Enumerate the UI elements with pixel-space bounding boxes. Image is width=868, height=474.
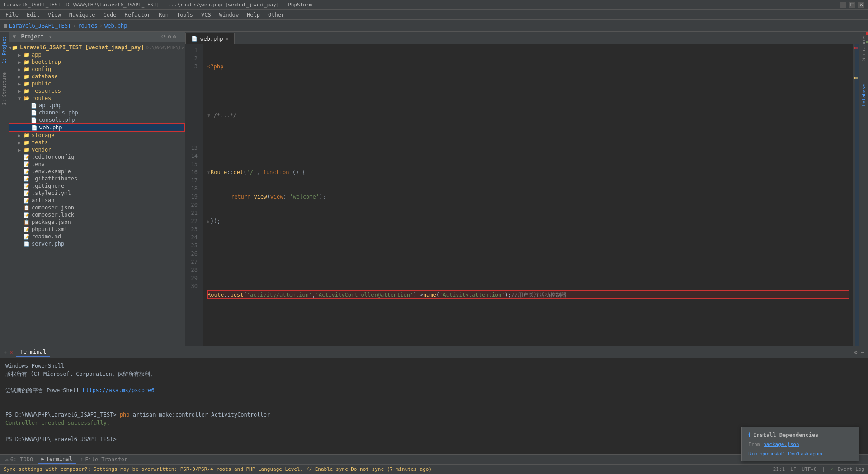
tree-item-readme[interactable]: 📝 readme.md [9,233,185,240]
dont-ask-button[interactable]: Don't ask again [788,451,822,456]
tab-bar: 📄 web.php ✕ [185,32,859,44]
code-editor[interactable]: 1 2 3 4 5 6 7 8 9 10 11 12 13 14 15 16 1 [185,44,859,346]
terminal-close-btn[interactable]: ✕ [9,349,13,356]
menu-help[interactable]: Help [243,11,264,19]
tree-item-console-php[interactable]: 📄 console.php [9,116,185,123]
install-npm-button[interactable]: Run 'npm install' [748,451,784,456]
code-line-3: ▼ /*...*/ [207,111,849,119]
code-line-16: ▶}); [207,217,849,225]
tree-item-config[interactable]: ▶ 📁 config [9,66,185,73]
menu-other[interactable]: Other [264,11,288,19]
pscore6-link[interactable]: https://aka.ms/pscore6 [83,387,155,393]
bottom-tab-todo[interactable]: ⚠ 6: TODO [2,455,37,464]
code-line-14: ▼Route::get('/', function () { [207,168,849,176]
terminal-line-5 [5,394,863,403]
menu-edit[interactable]: Edit [23,11,43,19]
terminal-tab-terminal[interactable]: Terminal [16,348,50,357]
right-side-tabs: Structure Database [859,32,868,346]
menu-tools[interactable]: Tools [173,11,197,19]
terminal-body[interactable]: Windows PowerShell 版权所有 (C) Microsoft Co… [0,358,868,454]
tree-item-env-example[interactable]: 📝 .env.example [9,168,185,175]
menu-vcs[interactable]: VCS [198,11,215,19]
tree-item-artisan[interactable]: 📝 artisan [9,197,185,204]
breadcrumb: ■ Laravel6_JSAPI_TEST › routes › web.php [4,22,127,29]
bottom-tab-terminal[interactable]: ▶ Terminal [38,455,75,464]
breadcrumb-file[interactable]: web.php [104,23,127,29]
terminal-tabs: + ✕ Terminal [4,348,50,357]
menu-code[interactable]: Code [100,11,120,19]
sync-icon[interactable]: ⟳ [161,33,166,40]
tree-item-editorconfig[interactable]: 📝 .editorconfig [9,153,185,161]
toolbar: ■ Laravel6_JSAPI_TEST › routes › web.php [0,20,868,32]
terminal-collapse-icon[interactable]: — [861,349,864,356]
code-line-18 [207,266,849,274]
tree-item-styleci[interactable]: 📝 .styleci.yml [9,190,185,197]
tree-root[interactable]: ▼ 📁 Laravel6_JSAPI_TEST [wechat_jsapi_pa… [9,44,185,51]
breadcrumb-routes[interactable]: routes [78,23,97,29]
sidebar-tab-structure[interactable]: 2: Structure [1,70,8,108]
notification-title: Install Dependencies [753,432,819,438]
window-controls: — ❐ ✕ [840,2,864,8]
status-left: Sync settings with composer?: Settings m… [4,466,432,472]
code-line-2 [207,87,849,95]
menu-navigate[interactable]: Navigate [66,11,99,19]
expand-icon[interactable]: ⊕ [173,33,176,40]
tab-close-icon[interactable]: ✕ [226,36,229,41]
project-header: ▼ Project ▾ ⟳ ⚙ ⊕ — [9,32,185,42]
status-event-log[interactable]: ✓ Event Log [830,466,864,472]
tree-item-tests[interactable]: ▶ 📁 tests [9,139,185,146]
status-bar: Sync settings with composer?: Settings m… [0,464,868,474]
breadcrumb-project[interactable]: Laravel6_JSAPI_TEST [9,23,71,29]
tree-item-channels-php[interactable]: 📄 channels.php [9,109,185,116]
gear-icon[interactable]: ⚙ [168,33,171,40]
tree-item-public[interactable]: ▶ 📁 public [9,80,185,87]
terminal-line-1: Windows PowerShell [5,362,863,370]
tree-item-routes[interactable]: ▼ 📂 routes [9,95,185,102]
tree-item-gitignore[interactable]: 📝 .gitignore [9,182,185,190]
right-tab-structure[interactable]: Structure [860,33,867,63]
tree-item-storage[interactable]: ▶ 📁 storage [9,132,185,139]
tree-item-resources[interactable]: ▶ 📁 resources [9,87,185,95]
tree-item-server-php[interactable]: 📄 server.php [9,240,185,247]
tree-item-composer-json[interactable]: 📋 composer.json [9,204,185,211]
notification-header: ℹ Install Dependencies [748,431,852,439]
tree-item-database[interactable]: ▶ 📁 database [9,73,185,80]
tree-item-web-php[interactable]: 📄 web.php [9,123,185,132]
notification-link[interactable]: package.json [763,441,799,447]
tree-item-phpunit[interactable]: 📝 phpunit.xml [9,226,185,233]
sidebar-tab-project[interactable]: 1: Project [1,33,8,66]
menu-window[interactable]: Window [216,11,242,19]
tree-item-env[interactable]: 📝 .env [9,161,185,168]
terminal-settings-icon[interactable]: ⚙ [854,349,858,356]
notification: ℹ Install Dependencies From package.json… [741,427,859,461]
status-encoding[interactable]: UTF-8 [802,466,816,472]
notification-body: From package.json [748,441,852,447]
menu-refactor[interactable]: Refactor [121,11,154,19]
menu-file[interactable]: File [2,11,22,19]
editor-tab-web-php[interactable]: 📄 web.php ✕ [185,33,235,44]
right-tab-database[interactable]: Database [860,81,867,109]
right-gutter [853,44,859,346]
tree-item-composer-lock[interactable]: 📝 composer.lock [9,211,185,218]
bottom-tab-file-transfer[interactable]: ↑ File Transfer [77,455,132,464]
menu-run[interactable]: Run [155,11,172,19]
tree-item-vendor[interactable]: ▶ 📁 vendor [9,146,185,153]
collapse-icon[interactable]: — [178,33,181,40]
minimize-button[interactable]: — [840,2,846,8]
tree-item-api-php[interactable]: 📄 api.php [9,102,185,109]
status-sync-text[interactable]: Sync settings with composer?: Settings m… [4,466,432,472]
restore-button[interactable]: ❐ [849,2,855,8]
status-position[interactable]: 21:1 [773,466,785,472]
status-lf[interactable]: LF [790,466,796,472]
close-button[interactable]: ✕ [858,2,864,8]
tree-item-gitattributes[interactable]: 📝 .gitattributes [9,175,185,182]
bottom-tabs: ⚠ 6: TODO ▶ Terminal ↑ File Transfer [0,454,868,464]
side-tabs: 1: Project 2: Structure [0,32,9,346]
code-content[interactable]: <?php ▼ /*...*/ ▼Route::get('/', functio… [203,44,853,346]
tree-item-bootstrap[interactable]: ▶ 📁 bootstrap [9,58,185,66]
menu-view[interactable]: View [44,11,65,19]
notification-actions: Run 'npm install' Don't ask again [748,451,852,456]
tree-item-package-json[interactable]: 📋 package.json [9,218,185,226]
tree-item-app[interactable]: ▶ 📁 app [9,51,185,58]
terminal-line-3 [5,378,863,386]
